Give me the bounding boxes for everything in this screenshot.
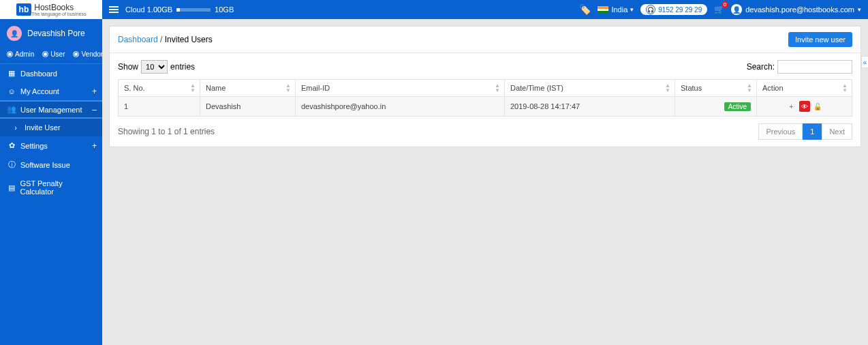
table-info: Showing 1 to 1 of 1 entries xyxy=(118,127,215,136)
card-header: Dashboard / Invited Users Invite new use… xyxy=(110,27,861,53)
country-selector[interactable]: India ▾ xyxy=(598,5,634,14)
avatar: 👤 xyxy=(7,26,22,41)
side-handle[interactable]: « xyxy=(861,56,868,68)
cell-name: Devashish xyxy=(200,97,296,117)
sidebar-item-settings[interactable]: ✿Settings+ xyxy=(0,136,102,155)
card-body: Show 10 entries Search: S. No.▲▼ Name▲▼ … xyxy=(110,53,861,147)
radio-icon xyxy=(73,51,79,57)
expand-icon[interactable]: + xyxy=(92,87,97,96)
show-entries-label-post: entries xyxy=(170,62,195,72)
breadcrumb-current: Invited Users xyxy=(165,35,213,44)
breadcrumb-sep: / xyxy=(158,35,165,44)
col-label: Action xyxy=(762,84,784,92)
view-action-button[interactable]: 👁 xyxy=(799,101,810,112)
sidebar-item-label: Invite User xyxy=(25,123,61,132)
logo-tagline: The language of business xyxy=(31,12,86,16)
topbar: hb HostBooks The language of business Cl… xyxy=(0,0,868,19)
show-entries-select[interactable]: 10 xyxy=(141,60,168,74)
radio-icon xyxy=(7,51,13,57)
chevron-right-icon: › xyxy=(11,123,20,132)
sidebar-item-user-management[interactable]: 👥User Management– xyxy=(0,100,102,119)
chevron-down-icon: ▾ xyxy=(630,6,634,13)
sort-icon: ▲▼ xyxy=(842,83,848,93)
role-vendor[interactable]: Vendor xyxy=(73,50,103,58)
add-action-button[interactable]: + xyxy=(786,101,796,112)
invite-new-user-button[interactable]: Invite new user xyxy=(788,32,852,47)
cell-sno: 1 xyxy=(119,97,200,117)
lock-action-button[interactable]: 🔓 xyxy=(812,101,823,112)
role-admin[interactable]: Admin xyxy=(7,50,34,58)
role-selector: Admin User Vendor xyxy=(0,48,102,64)
col-label: Date/Time (IST) xyxy=(510,84,563,92)
hamburger-menu-button[interactable] xyxy=(109,5,119,14)
phone-number: 9152 29 29 29 xyxy=(658,6,702,14)
role-label: Vendor xyxy=(81,50,103,58)
sidebar-item-gst-calculator[interactable]: ▤GST Penalty Calculator xyxy=(0,175,102,200)
status-badge: Active xyxy=(724,102,751,111)
gear-icon: ✿ xyxy=(7,141,16,150)
pager-prev[interactable]: Previous xyxy=(758,123,803,140)
sidebar-item-software-issue[interactable]: ⓘSoftware Issue xyxy=(0,155,102,175)
user-menu[interactable]: 👤 devashish.pore@hostbooks.com ▾ xyxy=(731,4,861,15)
sidebar-item-label: GST Penalty Calculator xyxy=(20,179,95,196)
expand-icon[interactable]: + xyxy=(92,141,97,151)
info-icon: ⓘ xyxy=(7,160,16,170)
cart-button[interactable]: 🛒 0 xyxy=(714,5,724,14)
col-label: Name xyxy=(206,84,226,92)
support-phone[interactable]: 🎧 9152 29 29 29 xyxy=(640,4,707,15)
radio-icon xyxy=(42,51,48,57)
sidebar-item-my-account[interactable]: ☺My Account+ xyxy=(0,82,102,100)
pager-page-1[interactable]: 1 xyxy=(803,123,822,140)
invited-users-table: S. No.▲▼ Name▲▼ Email-ID▲▼ Date/Time (IS… xyxy=(118,79,852,117)
col-datetime[interactable]: Date/Time (IST)▲▼ xyxy=(505,80,675,97)
sort-icon: ▲▼ xyxy=(495,83,500,93)
col-email[interactable]: Email-ID▲▼ xyxy=(296,80,505,97)
sidebar-item-dashboard[interactable]: ▦Dashboard xyxy=(0,64,102,82)
pager-next[interactable]: Next xyxy=(822,123,852,140)
logo-text: HostBooks xyxy=(34,3,74,12)
col-name[interactable]: Name▲▼ xyxy=(200,80,296,97)
dashboard-icon: ▦ xyxy=(7,69,16,78)
col-status[interactable]: Status▲▼ xyxy=(675,80,757,97)
sidebar-item-label: Settings xyxy=(20,142,48,150)
notes-icon[interactable]: 🏷️ xyxy=(579,4,591,15)
cell-status: Active xyxy=(675,97,757,117)
col-sno[interactable]: S. No.▲▼ xyxy=(119,80,200,97)
breadcrumb: Dashboard / Invited Users xyxy=(118,35,213,44)
pagination: Previous 1 Next xyxy=(758,123,852,140)
user-email: devashish.pore@hostbooks.com xyxy=(745,5,854,14)
sidebar-item-label: My Account xyxy=(20,87,59,95)
sidebar-item-invite-user[interactable]: ›Invite User xyxy=(0,119,102,136)
cloud-max-label: 10GB xyxy=(215,5,234,14)
users-icon: 👥 xyxy=(7,105,16,114)
account-icon: ☺ xyxy=(7,87,16,95)
card: Dashboard / Invited Users Invite new use… xyxy=(109,26,861,147)
table-row: 1 Devashish devashishpore@yahoo.in 2019-… xyxy=(119,97,852,117)
sidebar-item-label: Software Issue xyxy=(20,161,70,169)
sidebar: 👤 Devashish Pore Admin User Vendor ▦Dash… xyxy=(0,19,102,345)
col-action[interactable]: Action▲▼ xyxy=(757,80,852,97)
breadcrumb-root[interactable]: Dashboard xyxy=(118,35,158,44)
sidebar-user[interactable]: 👤 Devashish Pore xyxy=(0,19,102,48)
col-label: Status xyxy=(681,84,702,92)
cloud-usage-label: Cloud 1.00GB xyxy=(125,5,172,14)
col-label: S. No. xyxy=(124,84,145,92)
cloud-usage-bar xyxy=(176,8,211,12)
logo-mark: hb xyxy=(16,3,32,16)
show-entries-label-pre: Show xyxy=(118,62,138,72)
doc-icon: ▤ xyxy=(7,183,16,192)
collapse-icon[interactable]: – xyxy=(92,105,97,115)
main-content: Dashboard / Invited Users Invite new use… xyxy=(102,19,868,345)
cell-email: devashishpore@yahoo.in xyxy=(296,97,505,117)
role-user[interactable]: User xyxy=(42,50,65,58)
logo[interactable]: hb HostBooks The language of business xyxy=(0,0,102,19)
role-label: User xyxy=(50,50,65,58)
sort-icon: ▲▼ xyxy=(665,83,670,93)
chevron-down-icon: ▾ xyxy=(858,6,861,13)
country-label: India xyxy=(611,5,627,14)
col-label: Email-ID xyxy=(301,84,330,92)
sort-icon: ▲▼ xyxy=(747,83,752,93)
search-input[interactable] xyxy=(777,60,852,74)
sort-icon: ▲▼ xyxy=(285,83,291,93)
search-label: Search: xyxy=(747,62,775,72)
